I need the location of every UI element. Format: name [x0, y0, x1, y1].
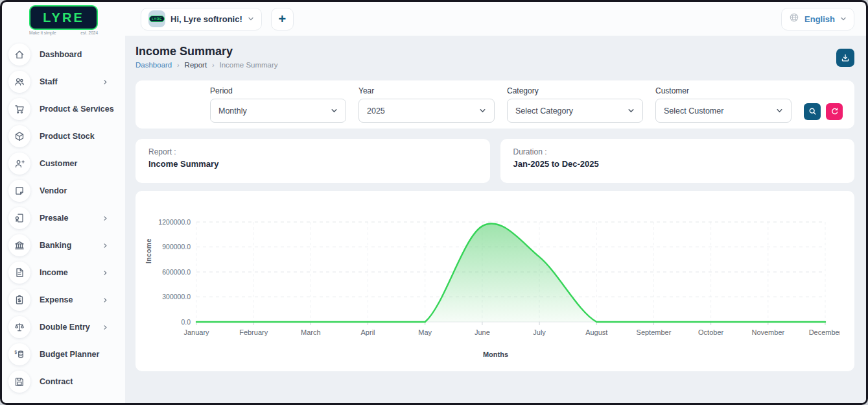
customer-value: Select Customer [664, 106, 723, 116]
report-value: Income Summary [148, 159, 477, 169]
sidebar-item-label: Product Stock [40, 132, 95, 141]
main-content: Income Summary Dashboard › Report › Inco… [125, 36, 866, 403]
brand-est: est. 2024 [80, 31, 98, 35]
x-tick-label: July [533, 328, 546, 336]
chevron-down-icon [479, 107, 486, 114]
scales-icon [8, 316, 30, 338]
sidebar-item-staff[interactable]: Staff [2, 68, 125, 95]
chevron-down-icon [840, 16, 847, 22]
sidebar-item-label: Budget Planner [40, 350, 99, 359]
sidebar-item-dashboard[interactable]: Dashboard [2, 41, 125, 68]
avatar-logo: LYRE [149, 16, 165, 22]
sidebar-item-presale[interactable]: Presale [2, 204, 125, 232]
sidebar-item-label: Contract [40, 377, 73, 386]
x-axis-title: Months [143, 350, 848, 358]
x-tick-label: August [585, 328, 607, 336]
sidebar-item-label: Double Entry [40, 323, 90, 332]
download-icon [841, 53, 850, 62]
user-avatar: LYRE [148, 10, 165, 27]
svg-text:$: $ [14, 350, 17, 355]
save-icon [8, 371, 30, 393]
breadcrumb-separator: › [177, 62, 179, 69]
brand-name: LYRE [43, 10, 84, 25]
x-tick-label: March [301, 328, 321, 336]
year-select[interactable]: 2025 [358, 99, 495, 123]
user-greeting: Hi, Lyre softronic! [170, 14, 242, 24]
sidebar: DashboardStaffProduct & ServicesProduct … [2, 36, 125, 403]
period-value: Monthly [218, 106, 247, 116]
period-label: Period [210, 86, 346, 95]
period-select[interactable]: Monthly [210, 99, 346, 123]
sidebar-item-expense[interactable]: Expense [2, 286, 125, 313]
sidebar-item-budget-planner[interactable]: $Budget Planner [2, 341, 125, 368]
page-title: Income Summary [135, 45, 278, 58]
sidebar-item-product-stock[interactable]: Product Stock [2, 123, 125, 150]
chevron-right-icon [102, 294, 108, 306]
chevron-right-icon [102, 76, 108, 88]
year-filter: Year 2025 [358, 86, 495, 123]
badge-icon [8, 207, 30, 229]
refresh-icon [830, 107, 839, 116]
home-icon [8, 43, 30, 66]
sidebar-item-label: Staff [40, 77, 58, 86]
category-filter: Category Select Category [507, 86, 643, 123]
chevron-right-icon [102, 212, 108, 224]
clipboard-icon [8, 289, 30, 311]
chevron-right-icon [102, 267, 108, 278]
breadcrumb-dashboard[interactable]: Dashboard [135, 61, 172, 69]
x-tick-label: September [637, 328, 672, 336]
sidebar-item-customer[interactable]: Customer [2, 150, 125, 177]
breadcrumb-report[interactable]: Report [185, 61, 207, 69]
user-menu[interactable]: LYRE Hi, Lyre softronic! [141, 8, 262, 31]
summary-cards: Report : Income Summary Duration : Jan-2… [135, 139, 854, 183]
income-chart-card: Income 0.0300000.0600000.0900000.0120000… [135, 191, 854, 371]
chevron-right-icon [102, 321, 108, 333]
chevron-down-icon [331, 107, 338, 114]
year-value: 2025 [367, 106, 385, 116]
language-selector[interactable]: English [781, 8, 854, 31]
users-icon [8, 71, 30, 93]
breadcrumb: Dashboard › Report › Income Summary [135, 61, 278, 69]
sidebar-item-label: Income [40, 268, 68, 277]
reset-button[interactable] [826, 103, 843, 120]
topbar: LYRE Make it simple est. 2024 LYRE Hi, L… [2, 2, 866, 36]
category-value: Select Category [515, 106, 573, 116]
page-header: Income Summary Dashboard › Report › Inco… [135, 45, 854, 69]
add-button[interactable]: + [271, 8, 294, 31]
report-label: Report : [148, 147, 477, 156]
x-tick-label: February [239, 328, 268, 336]
download-button[interactable] [836, 49, 854, 67]
y-tick-label: 600000.0 [162, 268, 191, 276]
x-tick-label: December [809, 328, 840, 336]
sidebar-item-vendor[interactable]: Vendor [2, 177, 125, 204]
globe-icon [789, 12, 799, 25]
breadcrumb-separator: › [212, 62, 214, 69]
customer-label: Customer [655, 86, 792, 95]
file-icon [8, 262, 30, 284]
y-tick-label: 300000.0 [162, 293, 191, 301]
sidebar-item-contract[interactable]: Contract [2, 368, 125, 395]
sidebar-item-banking[interactable]: Banking [2, 232, 125, 259]
duration-value: Jan-2025 to Dec-2025 [513, 159, 842, 169]
y-tick-label: 900000.0 [162, 243, 191, 251]
duration-label: Duration : [513, 147, 842, 156]
y-axis-title: Income [145, 238, 152, 264]
brand-logo[interactable]: LYRE Make it simple est. 2024 [2, 3, 125, 35]
user-plus-icon [8, 153, 30, 175]
coins-icon: $ [8, 343, 30, 365]
income-area-chart[interactable]: 0.0300000.0600000.0900000.01200000.0Janu… [143, 213, 848, 350]
sidebar-item-label: Presale [40, 214, 68, 223]
search-button[interactable] [804, 103, 821, 120]
customer-select[interactable]: Select Customer [655, 99, 792, 123]
category-select[interactable]: Select Category [507, 99, 643, 123]
sidebar-item-label: Banking [40, 241, 71, 250]
sidebar-item-label: Product & Services [40, 104, 114, 114]
chevron-down-icon [248, 16, 254, 22]
customer-filter: Customer Select Customer [655, 86, 792, 123]
sidebar-item-label: Customer [40, 159, 77, 168]
sidebar-item-income[interactable]: Income [2, 259, 125, 286]
sidebar-item-product-services[interactable]: Product & Services [2, 95, 125, 123]
sidebar-item-double-entry[interactable]: Double Entry [2, 313, 125, 341]
brand-sub: Make it simple est. 2024 [29, 31, 98, 35]
x-tick-label: November [751, 328, 784, 336]
